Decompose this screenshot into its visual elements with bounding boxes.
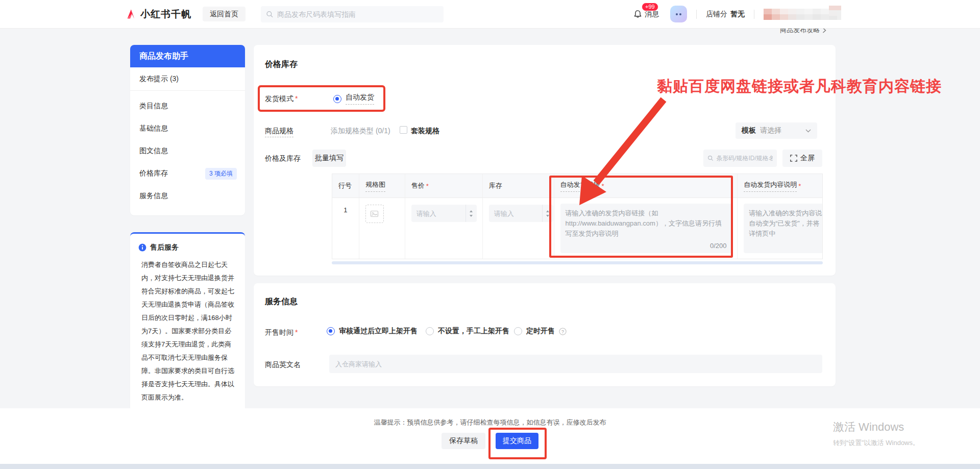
sidebar-item-service-info[interactable]: 服务信息 — [130, 185, 245, 207]
template-value: 请选择 — [760, 126, 781, 135]
col-header-auto-ship-desc: 自动发货内容说明* — [738, 174, 822, 198]
fullscreen-button[interactable]: 全屏 — [782, 150, 822, 167]
auto-ship-link-textarea[interactable] — [560, 204, 732, 253]
shipping-mode-radio-group: 自动发货 — [333, 93, 374, 105]
radio-manual[interactable] — [426, 327, 434, 335]
required-count-badge: 3 项必填 — [205, 168, 237, 180]
table-horizontal-scrollbar[interactable] — [332, 261, 823, 264]
col-header-price: 售价* — [405, 174, 483, 198]
svg-text:?: ? — [561, 329, 564, 334]
stock-input-box — [489, 205, 553, 222]
chevron-down-icon — [805, 129, 811, 133]
shop-score: 店铺分 暂无 — [706, 10, 745, 19]
sidebar-item-label: 类目信息 — [139, 102, 168, 111]
english-name-input[interactable] — [329, 355, 822, 373]
add-spec-type-link[interactable]: 添加规格类型 (0/1) — [331, 127, 390, 136]
fullscreen-icon — [790, 155, 797, 162]
sale-option-manual: 不设置，手工上架开售 — [426, 327, 509, 336]
footer-tip: 温馨提示：预填信息供参考，请仔细检查每项信息，如信息有误，应修改后发布 — [0, 408, 980, 427]
cell-row-no: 1 — [332, 198, 359, 259]
sku-table-row: 1 — [332, 198, 822, 259]
footer-bar: 温馨提示：预填信息供参考，请仔细检查每项信息，如信息有误，应修改后发布 保存草稿… — [0, 408, 980, 464]
search-icon — [707, 155, 714, 162]
sku-table: 行号 规格图 售价* 库存 自动发货链接* 自动发货内容说明* — [332, 174, 823, 259]
col-header-auto-ship-link: 自动发货链接* — [554, 174, 738, 198]
service-info-section: 服务信息 开售时间* 审核通过后立即上架开售 不设置，手工上架开售 定时开售 ?… — [254, 283, 836, 386]
avatar[interactable] — [670, 6, 687, 22]
cell-price — [405, 198, 483, 259]
sidebar-item-basic-info[interactable]: 基础信息 — [130, 117, 245, 140]
save-draft-button[interactable]: 保存草稿 — [442, 433, 485, 449]
radio-scheduled[interactable] — [514, 327, 522, 335]
shipping-mode-label: 发货模式* — [265, 94, 298, 104]
question-icon[interactable]: ? — [559, 328, 567, 335]
auto-ship-desc-box — [744, 204, 822, 253]
search-icon — [266, 10, 274, 18]
radio-auto-shipping[interactable] — [333, 95, 341, 103]
price-stepper[interactable] — [465, 205, 477, 222]
radio-immediate[interactable] — [327, 327, 335, 335]
top-header: 小红书千帆 返回首页 +99 消息 店铺分 暂无 — [0, 0, 980, 29]
sidebar-item-price-stock[interactable]: 价格库存 3 项必填 — [130, 162, 245, 185]
back-home-button[interactable]: 返回首页 — [203, 7, 246, 21]
info-icon — [138, 243, 146, 252]
col-header-spec-image: 规格图 — [359, 174, 405, 198]
spec-search-input[interactable] — [716, 155, 773, 162]
submit-product-button[interactable]: 提交商品 — [496, 433, 538, 449]
cell-stock — [483, 198, 554, 259]
col-header-row-no: 行号 — [332, 174, 359, 198]
aftersale-title: 售后服务 — [150, 243, 179, 252]
radio-auto-shipping-label: 自动发货 — [346, 93, 374, 105]
price-input[interactable] — [411, 210, 460, 217]
image-upload-placeholder[interactable] — [365, 205, 384, 223]
sale-option-scheduled: 定时开售 ? — [514, 327, 567, 336]
cell-spec-image — [359, 198, 405, 259]
sidebar-item-category-info[interactable]: 类目信息 — [130, 95, 245, 117]
sidebar-item-label: 基础信息 — [139, 124, 168, 133]
sku-table-header: 行号 规格图 售价* 库存 自动发货链接* 自动发货内容说明* — [332, 174, 822, 198]
bell-icon — [633, 10, 642, 18]
stock-stepper[interactable] — [542, 205, 553, 222]
auto-ship-desc-textarea[interactable] — [744, 204, 822, 253]
sale-option-immediate: 审核通过后立即上架开售 — [327, 327, 418, 336]
divider — [754, 10, 754, 19]
messages-badge: +99 — [642, 3, 658, 11]
spec-search[interactable] — [703, 150, 777, 167]
aftersale-title-row: 售后服务 — [138, 243, 237, 252]
bottom-strip — [0, 464, 980, 469]
spec-label: 商品规格 — [265, 127, 293, 136]
aftersale-service-card: 售后服务 消费者自签收商品之日起七天内，对支持七天无理由退换货并符合完好标准的商… — [130, 232, 245, 414]
char-counter: 0/200 — [710, 242, 727, 250]
bulk-fill-button[interactable]: 批量填写 — [312, 150, 346, 167]
shop-score-value: 暂无 — [730, 10, 745, 19]
sidebar-item-label: 价格库存 — [139, 169, 168, 178]
annotation-note: 黏贴百度网盘链接或者凡科教育内容链接 — [657, 76, 942, 97]
sidebar-title: 商品发布助手 — [130, 45, 245, 67]
sidebar-item-publish-tips[interactable]: 发布提示 (3) — [130, 67, 245, 91]
bundle-spec-checkbox[interactable] — [400, 126, 407, 134]
sidebar-nav: 商品发布助手 发布提示 (3) 类目信息 基础信息 图文信息 价格库存 3 项必… — [130, 45, 245, 215]
shop-name-redacted[interactable] — [764, 6, 841, 23]
section-title-price-stock: 价格库存 — [265, 59, 298, 70]
messages-button[interactable]: +99 消息 — [633, 10, 659, 19]
page: 小红书千帆 返回首页 +99 消息 店铺分 暂无 — [0, 0, 980, 469]
price-stock-label: 价格及库存 — [265, 154, 301, 163]
app-logo: 小红书千帆 — [125, 8, 191, 21]
stock-input[interactable] — [489, 210, 538, 217]
shop-score-label: 店铺分 — [706, 10, 727, 19]
cell-auto-ship-link: 0/200 — [554, 198, 738, 259]
sidebar-item-image-text-info[interactable]: 图文信息 — [130, 140, 245, 162]
xiaohongshu-logo-icon — [125, 8, 137, 20]
section-title-service-info: 服务信息 — [265, 297, 298, 307]
col-header-stock: 库存 — [483, 174, 554, 198]
header-search[interactable] — [261, 6, 444, 22]
template-label: 模板 — [742, 126, 756, 135]
cell-auto-ship-desc — [738, 198, 822, 259]
logo-text: 小红书千帆 — [140, 8, 191, 21]
template-select[interactable]: 模板 请选择 — [736, 122, 817, 139]
sidebar-item-label: 图文信息 — [139, 146, 168, 156]
header-search-input[interactable] — [277, 10, 438, 18]
sidebar-item-label: 发布提示 (3) — [139, 75, 179, 84]
auto-ship-link-box: 0/200 — [560, 204, 732, 253]
sidebar-item-label: 服务信息 — [139, 191, 168, 201]
